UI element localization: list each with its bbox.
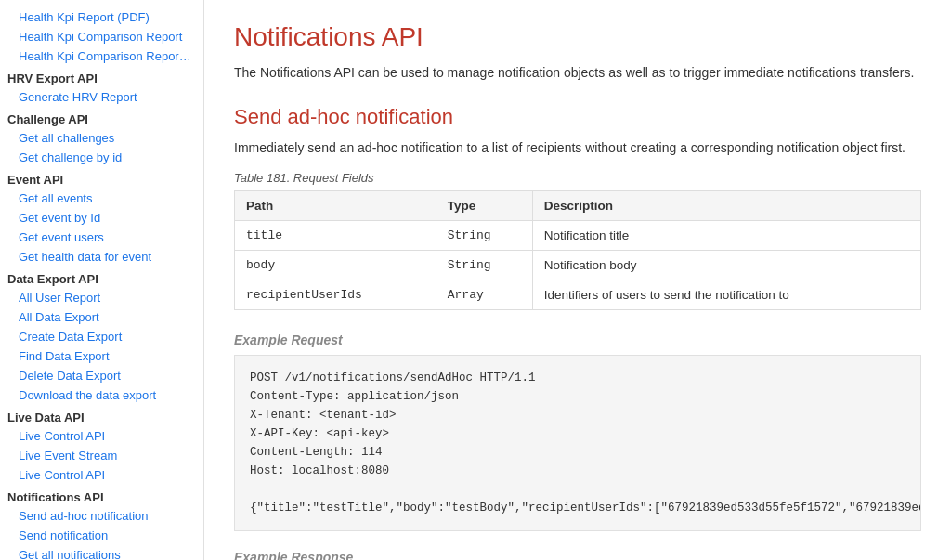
table-cell-path: recipientUserIds	[235, 280, 436, 310]
sidebar-item[interactable]: Get all notifications	[0, 545, 203, 560]
sidebar-item[interactable]: Get event users	[0, 228, 203, 247]
sidebar-section-title: Event API	[0, 167, 203, 189]
sidebar-item[interactable]: Get challenge by id	[0, 148, 203, 167]
table-header-row: PathTypeDescription	[235, 191, 921, 221]
table-cell-path: title	[235, 221, 436, 251]
table-cell-type: String	[436, 251, 532, 280]
example-request-label: Example Request	[234, 332, 921, 347]
request-fields-table: PathTypeDescription titleStringNotificat…	[234, 190, 921, 310]
sidebar-item[interactable]: Health Kpi Report (PDF)	[0, 7, 203, 27]
table-header-cell: Path	[235, 191, 436, 221]
sidebar-item[interactable]: All User Report	[0, 288, 203, 307]
sidebar-section-title: Data Export API	[0, 267, 203, 288]
table-cell-type: Array	[436, 280, 532, 310]
sidebar-item[interactable]: Create Data Export	[0, 327, 203, 346]
sidebar-section-title: HRV Export API	[0, 66, 203, 87]
sidebar-item[interactable]: Live Event Stream	[0, 446, 203, 465]
sidebar-item[interactable]: Find Data Export	[0, 346, 203, 366]
table-caption: Table 181. Request Fields	[234, 171, 921, 185]
table-header-cell: Type	[436, 191, 532, 221]
sidebar-item[interactable]: Get event by Id	[0, 208, 203, 228]
sidebar-item[interactable]: Delete Data Export	[0, 366, 203, 385]
sidebar-item[interactable]: Send ad-hoc notification	[0, 506, 203, 526]
sidebar-item[interactable]: All Data Export	[0, 307, 203, 327]
table-row: titleStringNotification title	[235, 221, 921, 251]
sidebar-item[interactable]: Health Kpi Comparison Report	[0, 27, 203, 46]
sidebar-item[interactable]: Generate HRV Report	[0, 87, 203, 107]
sidebar-item[interactable]: Live Control API	[0, 426, 203, 446]
table-header-cell: Description	[532, 191, 920, 221]
section-title: Send ad-hoc notification	[234, 105, 921, 129]
sidebar-item[interactable]: Download the data export	[0, 385, 203, 405]
table-cell-description: Identifiers of users to send the notific…	[532, 280, 920, 310]
sidebar-section-title: Notifications API	[0, 485, 203, 506]
sidebar-section-title: Live Data API	[0, 405, 203, 426]
sidebar-section-title: Challenge API	[0, 107, 203, 128]
example-response-label: Example Response	[234, 550, 921, 560]
table-cell-path: body	[235, 251, 436, 280]
page-description: The Notifications API can be used to man…	[234, 63, 921, 83]
sidebar-item[interactable]: Send notification	[0, 526, 203, 545]
sidebar: Health Kpi Report (PDF)Health Kpi Compar…	[0, 0, 204, 560]
table-row: recipientUserIdsArrayIdentifiers of user…	[235, 280, 921, 310]
table-cell-description: Notification title	[532, 221, 920, 251]
table-head: PathTypeDescription	[235, 191, 921, 221]
sidebar-item[interactable]: Get all events	[0, 189, 203, 208]
sidebar-item[interactable]: Get all challenges	[0, 128, 203, 148]
table-body: titleStringNotification titlebodyStringN…	[235, 221, 921, 310]
table-cell-type: String	[436, 221, 532, 251]
section-description: Immediately send an ad-hoc notification …	[234, 138, 921, 158]
page-title: Notifications API	[234, 22, 921, 52]
table-row: bodyStringNotification body	[235, 251, 921, 280]
table-cell-description: Notification body	[532, 251, 920, 280]
sidebar-item[interactable]: Get health data for event	[0, 247, 203, 267]
sidebar-item[interactable]: Live Control API	[0, 465, 203, 485]
main-content: Notifications API The Notifications API …	[204, 0, 951, 560]
example-request-code: POST /v1/notifications/sendAdHoc HTTP/1.…	[234, 355, 921, 531]
sidebar-item[interactable]: Health Kpi Comparison Report (PDF)	[0, 46, 203, 66]
